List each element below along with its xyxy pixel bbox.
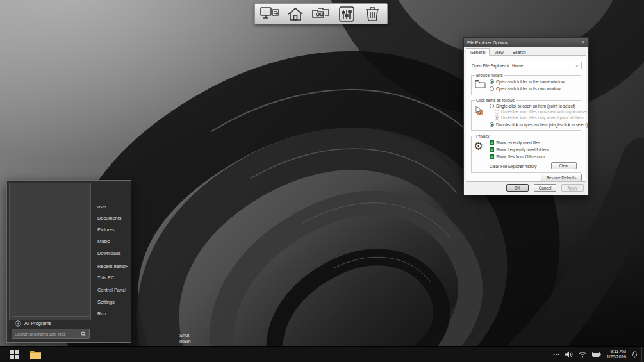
- checkbox-recent-files[interactable]: Show recently used files: [490, 140, 540, 145]
- battery-icon[interactable]: [592, 352, 601, 357]
- network-icon[interactable]: [579, 351, 586, 358]
- start-item-control-panel[interactable]: Control Panel: [97, 284, 126, 295]
- start-menu-separator: [12, 316, 90, 317]
- ok-button[interactable]: OK: [506, 184, 529, 192]
- submenu-arrow-icon: ▶: [126, 264, 131, 268]
- taskbar-left: [0, 348, 42, 361]
- radio-icon: [495, 115, 499, 120]
- radio-label: Open each folder in the same window: [496, 79, 565, 84]
- tab-page-general: Open File Explorer to: Home ⌄ Browse fol…: [466, 55, 586, 182]
- windows-logo-icon: [10, 350, 19, 359]
- mixer-icon[interactable]: [336, 5, 358, 22]
- computer-icon[interactable]: [259, 5, 281, 22]
- start-item-music[interactable]: Music: [97, 236, 126, 246]
- start-menu-programs-pane: [9, 183, 91, 320]
- mouse-pointer-icon: [475, 106, 484, 117]
- click-items-group: Click items as follows Single-click to o…: [471, 100, 581, 131]
- home-icon[interactable]: [285, 5, 306, 22]
- gear-icon: ⚙: [474, 141, 483, 152]
- start-item-pictures[interactable]: Pictures: [97, 224, 126, 234]
- start-menu-places-pane: user Documents Pictures Music Downloads …: [91, 183, 129, 340]
- search-input[interactable]: [15, 332, 81, 336]
- radio-double-click[interactable]: Double-click to open an item (single-cli…: [490, 122, 588, 127]
- chevron-down-icon: ⌄: [575, 64, 579, 67]
- clear-history-label: Clear File Explorer history: [490, 164, 537, 169]
- click-items-legend: Click items as follows: [475, 98, 516, 103]
- start-item-run[interactable]: Run...: [97, 308, 126, 318]
- open-to-dropdown[interactable]: Home ⌄: [509, 62, 582, 69]
- restore-defaults-button[interactable]: Restore Defaults: [541, 174, 582, 181]
- start-item-label: Recent Items: [97, 263, 126, 269]
- all-programs-button[interactable]: All Programs: [15, 319, 51, 327]
- hidden-icons-button[interactable]: [553, 353, 559, 356]
- taskbar: 9:11 AM 1/25/2026: [0, 346, 644, 362]
- start-item-label: user: [97, 204, 106, 210]
- radio-label: Open each folder in its own window: [496, 86, 561, 91]
- recycle-bin-icon[interactable]: [361, 5, 383, 22]
- radio-label: Double-click to open an item (single-cli…: [496, 122, 588, 127]
- file-explorer-taskbar-icon[interactable]: [29, 348, 42, 361]
- start-item-label: Run...: [97, 311, 110, 317]
- checkbox-label: Show files from Office.com: [496, 154, 545, 159]
- clock[interactable]: 9:11 AM 1/25/2026: [607, 349, 626, 360]
- start-item-label: Pictures: [97, 227, 115, 233]
- folder-icon: [475, 79, 486, 89]
- radio-label: Underline icon titles only when I point …: [501, 115, 584, 120]
- radio-single-click[interactable]: Single-click to open an item (point to s…: [490, 104, 575, 108]
- start-item-user[interactable]: user: [97, 201, 126, 211]
- radio-icon: [490, 79, 494, 84]
- radio-open-own-window[interactable]: Open each folder in its own window: [490, 86, 561, 91]
- browse-folders-legend: Browse folders: [475, 73, 504, 78]
- dialog-titlebar[interactable]: File Explorer Options ✕: [464, 38, 588, 47]
- checkbox-icon: [490, 140, 494, 145]
- tab-general[interactable]: General: [466, 48, 490, 56]
- volume-icon[interactable]: [565, 351, 573, 358]
- radio-label: Single-click to open an item (point to s…: [496, 104, 575, 108]
- clock-date: 1/25/2026: [607, 354, 626, 360]
- radio-underline-browser[interactable]: Underline icon titles consistent with my…: [495, 110, 587, 114]
- radio-icon: [490, 122, 494, 127]
- close-icon[interactable]: ✕: [579, 39, 586, 45]
- checkbox-icon: [490, 147, 494, 152]
- clock-time: 9:11 AM: [607, 349, 626, 355]
- checkbox-frequent-folders[interactable]: Show frequently used folders: [490, 147, 549, 152]
- system-tray: 9:11 AM 1/25/2026: [553, 349, 641, 360]
- privacy-legend: Privacy: [475, 134, 491, 138]
- shared-folders-icon[interactable]: [310, 5, 332, 22]
- radio-underline-point[interactable]: Underline icon titles only when I point …: [495, 115, 584, 120]
- start-item-settings[interactable]: Settings: [97, 297, 126, 307]
- radio-open-same-window[interactable]: Open each folder in the same window: [490, 79, 565, 84]
- checkbox-office-files[interactable]: Show files from Office.com: [490, 154, 545, 159]
- start-item-this-pc[interactable]: This PC: [97, 272, 126, 283]
- start-item-downloads[interactable]: Downloads: [97, 248, 126, 258]
- notifications-icon[interactable]: [632, 351, 638, 358]
- start-item-label: This PC: [97, 275, 114, 281]
- checkbox-icon: [490, 154, 494, 159]
- all-programs-label: All Programs: [24, 320, 51, 326]
- start-item-label: Settings: [97, 299, 115, 305]
- radio-icon: [490, 104, 494, 108]
- show-desktop-button[interactable]: [641, 347, 644, 362]
- clear-button[interactable]: Clear: [551, 162, 577, 169]
- file-explorer-options-dialog: File Explorer Options ✕ General View Sea…: [463, 37, 589, 195]
- start-item-label: Control Panel: [97, 287, 126, 293]
- start-button[interactable]: [8, 348, 21, 361]
- search-box: [12, 329, 90, 339]
- start-item-recent-items[interactable]: Recent Items ▶: [97, 261, 126, 271]
- open-to-value: Home: [512, 63, 523, 68]
- folder-icon: [30, 350, 41, 359]
- start-menu: user Documents Pictures Music Downloads …: [6, 180, 131, 343]
- desktop-toolbar: [254, 3, 388, 24]
- back-arrow-icon: [15, 320, 21, 327]
- cancel-button[interactable]: Cancel: [534, 184, 556, 192]
- radio-label: Underline icon titles consistent with my…: [501, 110, 587, 114]
- apply-button[interactable]: Apply: [561, 184, 584, 192]
- browse-folders-group: Browse folders Open each folder in the s…: [471, 75, 581, 95]
- radio-icon: [490, 86, 494, 91]
- start-item-documents[interactable]: Documents: [97, 213, 126, 223]
- dialog-button-row: OK Cancel Apply: [464, 184, 588, 192]
- search-icon: [81, 331, 87, 337]
- start-item-label: Music: [97, 238, 110, 244]
- shut-down-button[interactable]: Shut down: [179, 333, 191, 344]
- start-item-label: Documents: [97, 215, 121, 221]
